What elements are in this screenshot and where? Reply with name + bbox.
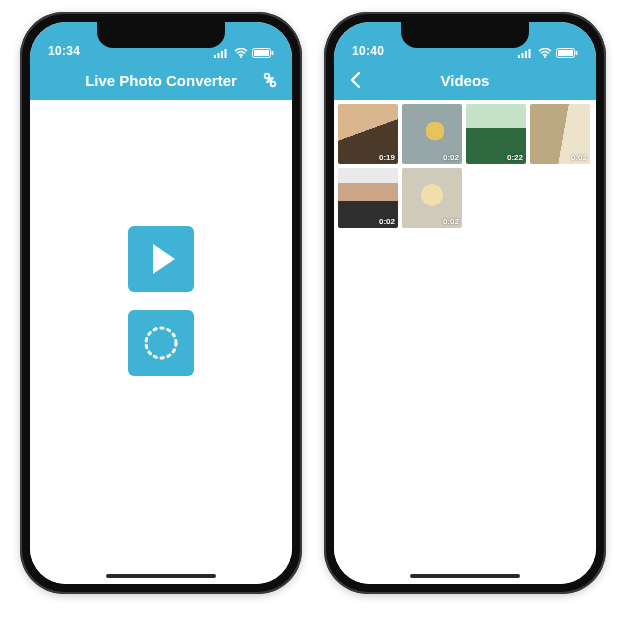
- nav-title: Videos: [441, 72, 490, 89]
- status-time: 10:34: [48, 44, 80, 58]
- svg-rect-1: [218, 53, 220, 58]
- back-button[interactable]: [344, 68, 368, 92]
- status-right-icons: [518, 48, 578, 58]
- svg-rect-13: [518, 55, 520, 58]
- video-duration: 0:02: [379, 217, 395, 226]
- notch: [97, 22, 225, 48]
- svg-point-12: [146, 328, 176, 358]
- play-icon: [153, 244, 175, 274]
- svg-rect-2: [221, 51, 223, 58]
- video-thumbnail[interactable]: 0:02: [338, 168, 398, 228]
- nav-bar: Live Photo Converter: [30, 60, 292, 100]
- svg-rect-3: [225, 49, 227, 58]
- svg-point-17: [544, 56, 546, 58]
- video-duration: 0:19: [379, 153, 395, 162]
- video-duration: 0:02: [571, 153, 587, 162]
- svg-rect-19: [558, 50, 573, 56]
- video-duration: 0:22: [507, 153, 523, 162]
- center-buttons: [128, 226, 194, 376]
- notch: [401, 22, 529, 48]
- settings-icon: [260, 70, 280, 90]
- video-grid: 0:190:020:220:020:020:02: [334, 100, 596, 232]
- wifi-icon: [234, 48, 248, 58]
- status-right-icons: [214, 48, 274, 58]
- video-thumbnail[interactable]: 0:02: [530, 104, 590, 164]
- svg-point-11: [271, 82, 276, 87]
- main-content: [30, 100, 292, 584]
- video-thumbnail[interactable]: 0:22: [466, 104, 526, 164]
- video-duration: 0:02: [443, 153, 459, 162]
- status-time: 10:40: [352, 44, 384, 58]
- svg-rect-15: [525, 51, 527, 58]
- live-photo-icon: [142, 324, 180, 362]
- video-thumbnail[interactable]: 0:19: [338, 104, 398, 164]
- chevron-left-icon: [349, 71, 363, 89]
- phone-screen-videos: 10:40 Videos 0:190:020:220:020:020:02: [334, 22, 596, 584]
- battery-icon: [252, 48, 274, 58]
- svg-rect-6: [254, 50, 269, 56]
- video-mode-button[interactable]: [128, 226, 194, 292]
- videos-content: 0:190:020:220:020:020:02: [334, 100, 596, 584]
- phone-frame-left: 10:34 Live Photo Converter: [20, 12, 302, 594]
- svg-point-10: [265, 74, 270, 79]
- svg-rect-16: [529, 49, 531, 58]
- nav-bar: Videos: [334, 60, 596, 100]
- svg-rect-0: [214, 55, 216, 58]
- nav-title: Live Photo Converter: [85, 72, 237, 89]
- home-indicator: [106, 574, 216, 578]
- signal-icon: [518, 48, 534, 58]
- video-duration: 0:02: [443, 217, 459, 226]
- phone-frame-right: 10:40 Videos 0:190:020:220:020:020:02: [324, 12, 606, 594]
- settings-button[interactable]: [258, 68, 282, 92]
- svg-rect-20: [576, 51, 578, 55]
- video-thumbnail[interactable]: 0:02: [402, 104, 462, 164]
- battery-icon: [556, 48, 578, 58]
- live-photo-mode-button[interactable]: [128, 310, 194, 376]
- wifi-icon: [538, 48, 552, 58]
- svg-rect-7: [272, 51, 274, 55]
- svg-rect-14: [522, 53, 524, 58]
- home-indicator: [410, 574, 520, 578]
- svg-point-4: [240, 56, 242, 58]
- signal-icon: [214, 48, 230, 58]
- video-thumbnail[interactable]: 0:02: [402, 168, 462, 228]
- phone-screen-main: 10:34 Live Photo Converter: [30, 22, 292, 584]
